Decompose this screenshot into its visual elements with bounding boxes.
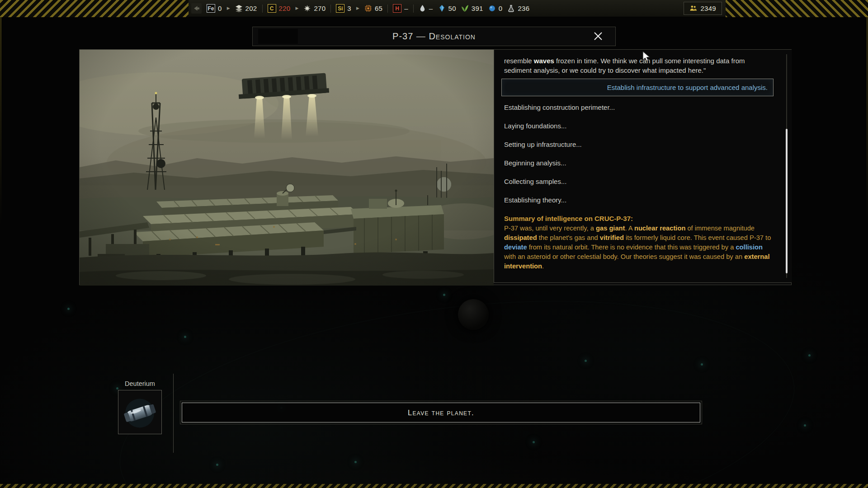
resource-value: 50 <box>448 5 456 12</box>
resource-value: 236 <box>518 5 529 12</box>
text-segment: . A <box>625 225 634 232</box>
text-segment: its formerly liquid core. This event cau… <box>624 234 771 241</box>
text-segment: gas giant <box>596 225 625 232</box>
star-glow <box>67 308 70 310</box>
chip-icon <box>364 5 372 12</box>
text-segment: dissipated <box>504 234 537 241</box>
scrollbar-thumb[interactable] <box>786 129 788 273</box>
text-segment: from its natural orbit. There is no evid… <box>527 244 736 251</box>
hazard-stripe-bottom <box>0 484 868 488</box>
star-glow <box>804 424 806 427</box>
text-segment: the planet's gas and <box>537 234 600 241</box>
resource-h: H– <box>393 4 408 13</box>
text-segment: vitrified <box>600 234 624 241</box>
summary-heading: Summary of intelligence on CRUC-P-37: <box>504 214 774 223</box>
separator-arrow-icon: ▶ <box>227 6 230 10</box>
resource-value: 220 <box>279 5 291 12</box>
text-segment: waves <box>534 57 554 65</box>
close-icon <box>593 31 604 43</box>
orb-icon <box>488 5 496 12</box>
star-glow <box>354 461 357 463</box>
layers-icon <box>235 5 243 12</box>
resource-chip: 65 <box>364 5 382 12</box>
resource-droplet: – <box>419 5 433 12</box>
resource-layers: 202 <box>235 5 257 12</box>
close-button[interactable] <box>590 28 606 45</box>
text-segment: resemble <box>504 57 534 65</box>
resource-orb: 0 <box>488 5 503 12</box>
summary-text: P-37 was, until very recently, a gas gia… <box>504 224 774 271</box>
resource-value: 0 <box>499 5 503 12</box>
resource-items: Fe0▶202C220▶270Si3▶65H––503910236 <box>191 3 674 14</box>
c-icon: C <box>268 4 276 13</box>
resource-value: – <box>404 5 408 12</box>
status-log: Establishing construction perimeter...La… <box>504 103 774 205</box>
star-glow <box>585 360 587 362</box>
game-screen: Fe0▶202C220▶270Si3▶65H––503910236 2349 P… <box>0 0 868 488</box>
deuterium-item-slot[interactable] <box>118 390 162 434</box>
gear-icon <box>303 5 311 12</box>
title-bar-shade <box>258 29 298 44</box>
text-segment: of immense magnitude <box>685 225 755 232</box>
droplet-icon <box>419 5 426 12</box>
population-counter[interactable]: 2349 <box>684 2 722 15</box>
resource-value: 202 <box>245 5 257 12</box>
status-line: Establishing construction perimeter... <box>504 103 774 112</box>
resource-value: – <box>429 5 433 12</box>
flask-icon <box>507 5 515 12</box>
star-glow <box>116 387 118 389</box>
status-line: Beginning analysis... <box>504 158 774 168</box>
resource-bar: Fe0▶202C220▶270Si3▶65H––503910236 2349 <box>189 0 726 17</box>
star-glow <box>216 464 218 466</box>
establish-infrastructure-option[interactable]: Establish infrastructure to support adva… <box>501 79 774 96</box>
text-segment: . <box>542 263 544 270</box>
status-line: Setting up infrastructure... <box>504 140 774 149</box>
resource-crystal: 50 <box>438 5 456 12</box>
separator-line <box>330 5 331 13</box>
resource-value: 3 <box>347 5 351 12</box>
resource-value: 0 <box>218 5 222 12</box>
separator-arrow-icon: ▶ <box>356 6 359 10</box>
event-dialog: resemble waves frozen in time. We think … <box>79 49 792 285</box>
separator-arrow-icon: ▶ <box>295 6 298 10</box>
deuterium-canister-icon <box>118 390 161 434</box>
page-title: P-37 — Desolation <box>392 31 476 42</box>
star-glow <box>808 354 811 357</box>
text-segment: P-37 was, until very recently, a <box>504 225 596 232</box>
star-glow <box>533 441 535 443</box>
hazard-stripe-top-left <box>0 0 190 17</box>
resource-value: 65 <box>375 5 382 12</box>
event-log-panel: resemble waves frozen in time. We think … <box>494 50 792 283</box>
resource-leaf: 391 <box>461 5 483 12</box>
planet-scene-image <box>80 50 494 286</box>
h-icon: H <box>393 4 401 13</box>
status-line: Collecting samples... <box>504 177 774 186</box>
nav-arrow-icon <box>193 5 200 12</box>
star-glow <box>701 363 703 366</box>
leaf-icon <box>461 5 469 12</box>
population-icon <box>689 5 697 12</box>
text-segment: deviate <box>504 244 527 251</box>
resource-c: C220 <box>268 4 291 13</box>
hazard-stripe-top-right <box>724 0 868 17</box>
resource-fe: Fe0 <box>207 4 222 13</box>
separator-line <box>387 5 388 13</box>
inventory-divider-line <box>173 374 174 453</box>
resource-value: 270 <box>314 5 326 12</box>
event-text: resemble waves frozen in time. We think … <box>504 56 774 75</box>
planet-silhouette <box>458 299 489 330</box>
status-line: Establishing theory... <box>504 195 774 205</box>
scrollbar-track[interactable] <box>786 54 787 278</box>
text-segment: with an asteroid or other celestial body… <box>504 253 744 260</box>
dialog-title-bar: P-37 — Desolation <box>252 27 616 46</box>
star-glow <box>184 336 186 338</box>
population-value: 2349 <box>700 5 716 12</box>
edge-line-left <box>0 17 1 225</box>
leave-planet-button[interactable]: Leave the planet. <box>182 403 700 422</box>
resource-value: 391 <box>472 5 483 12</box>
status-line: Laying foundations... <box>504 121 774 131</box>
resource-nav-arrow[interactable] <box>191 3 202 14</box>
text-segment: collision <box>736 244 763 251</box>
separator-line <box>413 5 414 13</box>
item-label: Deuterium <box>118 380 162 387</box>
